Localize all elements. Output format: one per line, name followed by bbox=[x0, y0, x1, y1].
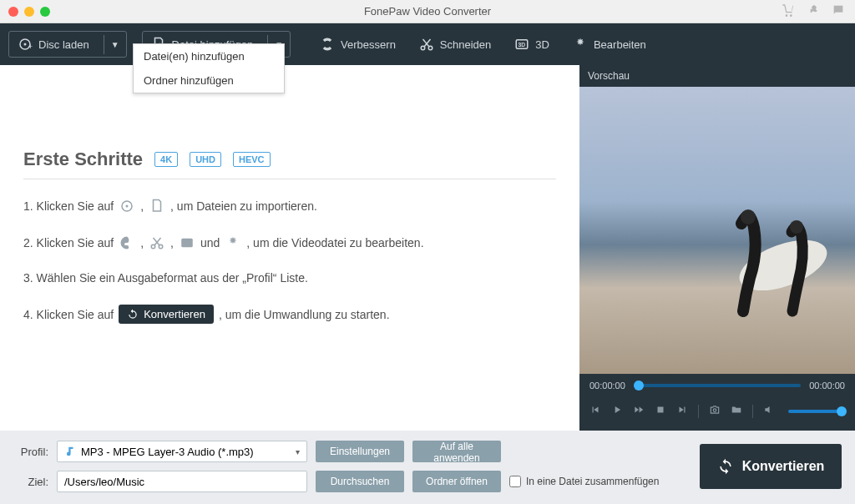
cut-button[interactable]: Schneiden bbox=[410, 31, 500, 58]
volume-slider[interactable] bbox=[788, 410, 842, 413]
svg-point-1 bbox=[24, 43, 27, 46]
badge-4k: 4K bbox=[154, 152, 178, 167]
convert-label: Konvertieren bbox=[742, 459, 825, 474]
dest-label: Ziel: bbox=[13, 476, 48, 488]
three-d-button[interactable]: 3D 3D bbox=[505, 31, 559, 58]
chevron-down-icon[interactable]: ▼ bbox=[104, 35, 126, 54]
surfer-illustration bbox=[700, 190, 833, 340]
profile-select[interactable]: MP3 - MPEG Layer-3 Audio (*.mp3) ▾ bbox=[57, 441, 307, 462]
step-1: 1. Klicken Sie auf , , um Dateien zu imp… bbox=[23, 198, 556, 214]
svg-point-17 bbox=[713, 409, 716, 412]
merge-checkbox[interactable]: In eine Datei zusammenfügen bbox=[509, 476, 659, 487]
playback-controls bbox=[579, 397, 855, 431]
toolbar: +Disc laden ▼ +Datei hinzufügen ▼ Verbes… bbox=[0, 23, 855, 65]
svg-rect-12 bbox=[181, 239, 193, 248]
stars-icon bbox=[225, 234, 241, 251]
divider bbox=[23, 179, 556, 179]
preview-title: Vorschau bbox=[579, 65, 855, 87]
play-icon[interactable] bbox=[611, 404, 623, 419]
apply-all-button[interactable]: Auf alle anwenden bbox=[412, 441, 501, 462]
merge-label: In eine Datei zusammenfügen bbox=[526, 476, 659, 487]
seek-slider[interactable] bbox=[634, 384, 801, 387]
enhance-label: Verbessern bbox=[341, 38, 396, 51]
getting-started-title: Erste Schritte bbox=[23, 149, 143, 170]
enhance-button[interactable]: Verbessern bbox=[311, 31, 405, 58]
step-4: 4. Klicken Sie auf Konvertieren , um die… bbox=[23, 305, 556, 324]
profile-value: MP3 - MPEG Layer-3 Audio (*.mp3) bbox=[81, 446, 254, 458]
edit-label: Bearbeiten bbox=[594, 38, 646, 51]
chevron-down-icon: ▾ bbox=[296, 447, 300, 456]
skip-end-icon[interactable] bbox=[676, 404, 688, 419]
snapshot-icon[interactable] bbox=[709, 404, 721, 419]
fast-forward-icon[interactable] bbox=[633, 404, 645, 419]
time-bar: 00:00:00 00:00:00 bbox=[579, 374, 855, 397]
badge-hevc: HEVC bbox=[233, 152, 271, 167]
main-panel: Erste Schritte 4K UHD HEVC 1. Klicken Si… bbox=[0, 65, 579, 431]
settings-button[interactable]: Einstellungen bbox=[316, 441, 404, 462]
audio-format-icon bbox=[64, 446, 76, 457]
time-total: 00:00:00 bbox=[809, 381, 845, 391]
badge-uhd: UHD bbox=[190, 152, 221, 167]
skip-start-icon[interactable] bbox=[589, 404, 601, 419]
three-d-icon bbox=[179, 234, 195, 251]
volume-icon[interactable] bbox=[763, 404, 775, 419]
edit-button[interactable]: Bearbeiten bbox=[564, 31, 655, 58]
svg-rect-16 bbox=[658, 407, 664, 413]
svg-point-15 bbox=[790, 220, 803, 234]
convert-button[interactable]: Konvertieren bbox=[700, 444, 842, 489]
window-title: FonePaw Video Converter bbox=[0, 5, 855, 18]
dest-input[interactable]: /Users/leo/Music bbox=[57, 471, 307, 492]
step-3: 3. Wählen Sie ein Ausgabeformat aus der … bbox=[23, 271, 556, 285]
three-d-label: 3D bbox=[535, 38, 549, 51]
preview-panel: Vorschau 00:00:00 00:00:00 bbox=[579, 65, 855, 431]
svg-point-9 bbox=[126, 205, 129, 208]
palette-icon bbox=[119, 234, 135, 251]
svg-text:3D: 3D bbox=[519, 42, 526, 48]
svg-text:+: + bbox=[28, 43, 33, 51]
footer: Profil: MP3 - MPEG Layer-3 Audio (*.mp3)… bbox=[0, 431, 855, 504]
dropdown-add-folder[interactable]: Ordner hinzufügen bbox=[134, 68, 284, 93]
disc-load-label: Disc laden bbox=[38, 38, 89, 51]
disc-add-icon bbox=[119, 198, 135, 214]
cut-label: Schneiden bbox=[440, 38, 491, 51]
open-folder-button[interactable]: Ordner öffnen bbox=[412, 471, 501, 492]
svg-point-14 bbox=[741, 209, 756, 224]
stop-icon[interactable] bbox=[655, 404, 666, 419]
add-file-dropdown: Datei(en) hinzufügen Ordner hinzufügen bbox=[133, 43, 285, 93]
browse-button[interactable]: Durchsuchen bbox=[316, 471, 404, 492]
dropdown-add-files[interactable]: Datei(en) hinzufügen bbox=[134, 44, 284, 68]
profile-label: Profil: bbox=[13, 446, 48, 458]
preview-image bbox=[579, 87, 855, 374]
time-current: 00:00:00 bbox=[589, 381, 625, 391]
merge-checkbox-input[interactable] bbox=[509, 476, 521, 487]
titlebar: FonePaw Video Converter bbox=[0, 0, 855, 23]
file-add-icon bbox=[149, 198, 165, 214]
convert-chip: Konvertieren bbox=[119, 305, 214, 324]
scissors-icon bbox=[149, 234, 165, 251]
folder-icon[interactable] bbox=[731, 404, 742, 419]
disc-load-button[interactable]: +Disc laden ▼ bbox=[8, 31, 127, 58]
step-2: 2. Klicken Sie auf , , und , um die Vide… bbox=[23, 234, 556, 251]
